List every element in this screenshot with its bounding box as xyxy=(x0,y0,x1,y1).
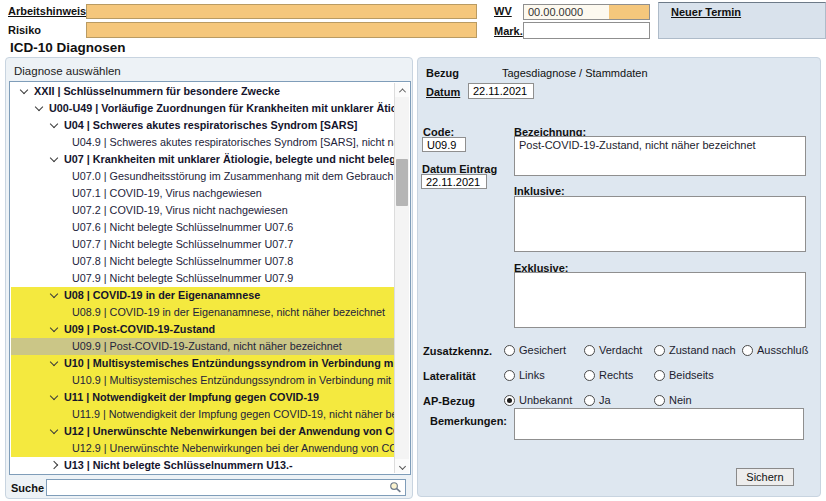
radio-option[interactable]: Links xyxy=(504,369,545,381)
datum-eintrag-input[interactable] xyxy=(421,174,487,189)
tree-item-label: U07.1 | COVID-19, Virus nachgewiesen xyxy=(72,187,262,199)
sichern-button[interactable]: Sichern xyxy=(736,468,794,486)
tree-item-label: U11 | Notwendigkeit der Impfung gegen CO… xyxy=(64,391,319,403)
radio-option-label: Nein xyxy=(669,394,692,406)
tree-item-label: U09 | Post-COVID-19-Zustand xyxy=(64,323,215,335)
tree-item[interactable]: U12 | Unerwünschte Nebenwirkungen bei de… xyxy=(11,423,395,440)
chevron-expanded-icon[interactable] xyxy=(50,392,58,400)
radio-icon[interactable] xyxy=(742,345,753,356)
tree-item[interactable]: U07.6 | Nicht belegte Schlüsselnummer U0… xyxy=(11,219,395,236)
radio-option[interactable]: Verdacht xyxy=(584,344,642,356)
tree-item[interactable]: U07.7 | Nicht belegte Schlüsselnummer U0… xyxy=(11,236,395,253)
tree-item[interactable]: U07.2 | COVID-19, Virus nicht nachgewies… xyxy=(11,202,395,219)
diagnosis-tree: XXII | Schlüsselnummern für besondere Zw… xyxy=(9,81,411,475)
exklusive-textarea[interactable] xyxy=(514,272,806,328)
chevron-expanded-icon[interactable] xyxy=(50,154,58,162)
radio-option-label: Ja xyxy=(599,394,611,406)
radio-icon[interactable] xyxy=(504,345,515,356)
tree-item[interactable]: U07 | Krankheiten mit unklarer Ätiologie… xyxy=(11,151,395,168)
wv-link[interactable]: WV xyxy=(494,5,512,17)
tree-item[interactable]: U07.0 | Gesundheitsstörung im Zusammenha… xyxy=(11,168,395,185)
search-input[interactable] xyxy=(46,479,406,496)
radio-icon[interactable] xyxy=(584,395,595,406)
radio-icon[interactable] xyxy=(654,345,665,356)
tree-item[interactable]: U11.9 | Notwendigkeit der Impfung gegen … xyxy=(11,406,395,423)
radio-icon[interactable] xyxy=(654,370,665,381)
code-input[interactable] xyxy=(422,137,466,152)
diagnosis-select-header: Diagnose auswählen xyxy=(14,65,121,77)
tree-item[interactable]: U13 | Nicht belegte Schlüsselnummern U13… xyxy=(11,457,395,474)
radio-option[interactable]: Beidseits xyxy=(654,369,714,381)
radio-option-label: Verdacht xyxy=(599,344,642,356)
tree-item[interactable]: U10.9 | Multisystemisches Entzündungssyn… xyxy=(11,372,395,389)
datum-input[interactable] xyxy=(468,83,534,99)
bezeichnung-textarea[interactable]: Post-COVID-19-Zustand, nicht näher bezei… xyxy=(514,136,806,176)
tree-item[interactable]: U00-U49 | Vorläufige Zuordnungen für Kra… xyxy=(11,100,395,117)
tree-scrollbar[interactable] xyxy=(394,83,409,473)
radio-icon[interactable] xyxy=(504,370,515,381)
risiko-input[interactable] xyxy=(86,22,477,38)
chevron-expanded-icon[interactable] xyxy=(50,120,58,128)
tree-item[interactable]: U09 | Post-COVID-19-Zustand xyxy=(11,321,395,338)
bemerkungen-label: Bemerkungen: xyxy=(430,415,507,427)
tree-item-label: U07.0 | Gesundheitsstörung im Zusammenha… xyxy=(72,170,395,182)
chevron-down-icon xyxy=(398,462,405,469)
search-label: Suche xyxy=(11,482,44,494)
tree-item-label: U07.6 | Nicht belegte Schlüsselnummer U0… xyxy=(72,221,293,233)
radio-option-label: Beidseits xyxy=(669,369,714,381)
mark-input[interactable] xyxy=(523,22,650,39)
radio-option[interactable]: Unbekannt xyxy=(504,394,572,406)
tree-item[interactable]: XXII | Schlüsselnummern für besondere Zw… xyxy=(11,83,395,100)
radio-icon[interactable] xyxy=(584,345,595,356)
tree-item-label: U13 | Nicht belegte Schlüsselnummern U13… xyxy=(64,459,293,471)
radio-option[interactable]: Ausschluß xyxy=(742,344,808,356)
search-icon[interactable] xyxy=(389,481,402,496)
radio-icon[interactable] xyxy=(584,370,595,381)
tree-item[interactable]: U08 | COVID-19 in der Eigenanamnese xyxy=(11,287,395,304)
chevron-expanded-icon[interactable] xyxy=(35,103,43,111)
tree-item[interactable]: U04.9 | Schweres akutes respiratorisches… xyxy=(11,134,395,151)
tree-item[interactable]: U07.1 | COVID-19, Virus nachgewiesen xyxy=(11,185,395,202)
radio-option[interactable]: Nein xyxy=(654,394,692,406)
arbeitshinweise-input[interactable] xyxy=(86,4,477,19)
radio-option[interactable]: Ja xyxy=(584,394,611,406)
datum-link[interactable]: Datum xyxy=(426,86,460,98)
neuer-termin-panel: Neuer Termin xyxy=(658,2,826,39)
scrollbar-thumb[interactable] xyxy=(396,159,408,206)
tree-item[interactable]: U11 | Notwendigkeit der Impfung gegen CO… xyxy=(11,389,395,406)
tree-item[interactable]: U09.9 | Post-COVID-19-Zustand, nicht näh… xyxy=(11,338,395,355)
tree-item-label: U07 | Krankheiten mit unklarer Ätiologie… xyxy=(64,153,395,165)
radio-option[interactable]: Rechts xyxy=(584,369,633,381)
chevron-expanded-icon[interactable] xyxy=(50,426,58,434)
tree-item[interactable]: U10 | Multisystemisches Entzündungssyndr… xyxy=(11,355,395,372)
tree-item[interactable]: U07.8 | Nicht belegte Schlüsselnummer U0… xyxy=(11,253,395,270)
mark-link[interactable]: Mark. xyxy=(494,25,523,37)
chevron-expanded-icon[interactable] xyxy=(20,86,28,94)
page-title: ICD-10 Diagnosen xyxy=(10,40,126,55)
wv-date-field[interactable]: 00.00.0000 xyxy=(523,4,650,20)
scroll-up-button[interactable] xyxy=(395,83,409,97)
tree-item[interactable]: U08.9 | COVID-19 in der Eigenanamnese, n… xyxy=(11,304,395,321)
arbeitshinweise-link[interactable]: Arbeitshinweise xyxy=(8,5,92,17)
radio-option[interactable]: Zustand nach xyxy=(654,344,736,356)
tree-item-label: U09.9 | Post-COVID-19-Zustand, nicht näh… xyxy=(72,340,342,352)
wv-date-value: 00.00.0000 xyxy=(524,5,609,19)
radio-selected-icon[interactable] xyxy=(504,395,515,406)
radio-icon[interactable] xyxy=(654,395,665,406)
bemerkungen-input[interactable] xyxy=(514,408,804,440)
tree-item-label: U08.9 | COVID-19 in der Eigenanamnese, n… xyxy=(72,306,385,318)
wv-orange-segment[interactable] xyxy=(609,5,649,19)
tree-item[interactable]: U07.9 | Nicht belegte Schlüsselnummer U0… xyxy=(11,270,395,287)
radio-option[interactable]: Gesichert xyxy=(504,344,566,356)
tree-item[interactable]: U04 | Schweres akutes respiratorisches S… xyxy=(11,117,395,134)
tree-item[interactable]: U12.9 | Unerwünschte Nebenwirkungen bei … xyxy=(11,440,395,457)
chevron-collapsed-icon[interactable] xyxy=(50,461,58,469)
chevron-up-icon xyxy=(398,88,405,95)
scroll-down-button[interactable] xyxy=(395,459,409,473)
chevron-expanded-icon[interactable] xyxy=(50,290,58,298)
chevron-expanded-icon[interactable] xyxy=(50,358,58,366)
inklusive-textarea[interactable] xyxy=(514,196,806,252)
radio-option-label: Zustand nach xyxy=(669,344,736,356)
neuer-termin-link[interactable]: Neuer Termin xyxy=(671,6,741,18)
chevron-expanded-icon[interactable] xyxy=(50,324,58,332)
